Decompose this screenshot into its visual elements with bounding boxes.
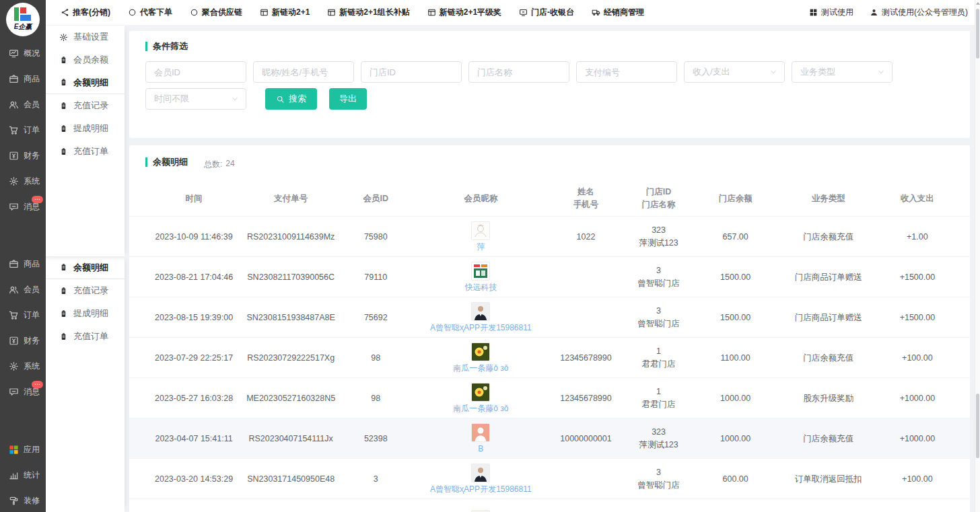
member-avatar-suit bbox=[471, 302, 490, 321]
cell-pay-no: SN230821170390056C bbox=[242, 271, 339, 283]
topnav-item-supply-chain[interactable]: 聚合供应链 bbox=[190, 7, 242, 18]
monitor2-icon bbox=[519, 8, 528, 17]
submenu-item-label: 基础设置 bbox=[73, 31, 108, 43]
topnav-item-chain-2plus1-peer-award[interactable]: 新链动2+1平级奖 bbox=[427, 7, 501, 18]
topnav-item-order-for-customer[interactable]: 代客下单 bbox=[128, 7, 172, 18]
nickname-name-phone-input[interactable] bbox=[253, 61, 354, 83]
biz-type-select[interactable]: 业务类型 bbox=[792, 61, 893, 83]
sidebar-item-members[interactable]: 会员 bbox=[0, 92, 46, 117]
member-id-input[interactable] bbox=[145, 61, 246, 83]
table-row: 2023-10-09 11:46:39 RS20231009114639Mz 7… bbox=[129, 216, 970, 256]
submenu-item-recharge-orders[interactable]: 充值订单 bbox=[46, 140, 125, 163]
sidebar-item-goods[interactable]: 商品 bbox=[0, 66, 46, 92]
sidebar-item-messages[interactable]: 消息 ⋯ bbox=[0, 194, 46, 219]
submenu-item-recharge-records[interactable]: 充值记录 bbox=[46, 94, 125, 117]
submenu-item-balance-detail-2[interactable]: 余额明细 bbox=[46, 256, 125, 279]
table-body: 2023-10-09 11:46:39 RS20231009114639Mz 7… bbox=[129, 216, 970, 512]
member-nickname-link[interactable]: 南瓜一条藤ǒ зǒ bbox=[453, 404, 508, 413]
income-expense-select[interactable]: 收入/支出 bbox=[684, 61, 785, 83]
store-name-input[interactable] bbox=[468, 61, 569, 83]
doc-icon bbox=[59, 287, 68, 295]
table-row: 2023-07-29 22:25:17 RS20230729222517Xg 9… bbox=[129, 337, 970, 377]
cell-biz-type: 门店余额充值 bbox=[776, 433, 881, 445]
sidebar-item-system-2[interactable]: 系统 bbox=[0, 353, 46, 379]
cell-store-name: 曾智聪门店 bbox=[623, 277, 695, 290]
topbar-test-use[interactable]: 测试使用 bbox=[809, 7, 853, 18]
sidebar-item-finance[interactable]: 财务 bbox=[0, 143, 46, 168]
topnav-item-label: 新链动2+1平级奖 bbox=[440, 7, 501, 18]
gear-icon bbox=[59, 33, 68, 42]
truck-icon bbox=[592, 8, 600, 17]
sidebar-item-orders[interactable]: 订单 bbox=[0, 117, 46, 143]
cell-income-expense: +1.00 bbox=[881, 231, 954, 243]
sidebar-item-orders-2[interactable]: 订单 bbox=[0, 302, 46, 328]
submenu-item-commission-detail[interactable]: 提成明细 bbox=[46, 117, 125, 140]
topnav-item-store-cashier[interactable]: 门店-收银台 bbox=[519, 7, 574, 18]
member-nickname-link[interactable]: A曾智聪ҳAPP开发15986811 bbox=[430, 323, 532, 332]
export-button[interactable]: 导出 bbox=[329, 88, 367, 110]
member-nickname-link[interactable]: A曾智聪ҳAPP开发15986811 bbox=[430, 484, 532, 494]
store-id-input[interactable] bbox=[361, 61, 462, 83]
submenu-item-commission-detail-2[interactable]: 提成明细 bbox=[46, 302, 125, 325]
page-scrollbar[interactable] bbox=[975, 0, 980, 512]
chat-icon bbox=[9, 387, 19, 397]
user-icon bbox=[870, 8, 878, 17]
logo-block-green bbox=[14, 7, 19, 21]
submenu-item-recharge-orders-2[interactable]: 充值订单 bbox=[46, 325, 125, 348]
cell-biz-type: 门店余额充值 bbox=[776, 352, 881, 364]
member-avatar-sketch2 bbox=[471, 510, 490, 512]
sidebar-item-members-2[interactable]: 会员 bbox=[0, 277, 46, 302]
doc-icon bbox=[59, 124, 68, 133]
cell-biz-type: 股东升级奖励 bbox=[776, 392, 881, 404]
sidebar-item-overview[interactable]: 概况 bbox=[0, 40, 46, 66]
sidebar-item-system[interactable]: 系统 bbox=[0, 168, 46, 194]
table-column-header: 收入支出 bbox=[881, 192, 954, 205]
gear-icon bbox=[9, 361, 19, 371]
topnav-item-tuike-distribution[interactable]: 推客(分销) bbox=[61, 7, 110, 18]
topnav-item-distributor-management[interactable]: 经销商管理 bbox=[592, 7, 644, 18]
filter-card: 条件筛选 收入/支出 业务类型 时间不限 搜索 导出 bbox=[129, 31, 970, 138]
submenu-item-label: 充值订单 bbox=[73, 145, 108, 157]
doc-icon bbox=[59, 309, 68, 318]
topbar-current-account[interactable]: 测试使用(公众号管理员) bbox=[870, 7, 968, 18]
sidebar-item-finance-2[interactable]: 财务 bbox=[0, 328, 46, 353]
sidebar-item-decoration[interactable]: 装修 bbox=[0, 488, 46, 512]
topnav-item-label: 门店-收银台 bbox=[531, 7, 574, 18]
table-column-header: 门店ID 门店名称 bbox=[623, 186, 695, 211]
payment-no-input[interactable] bbox=[576, 61, 677, 83]
member-nickname-link[interactable]: 萍 bbox=[477, 242, 485, 252]
cell-store-id: 323 bbox=[623, 426, 695, 439]
app-logo[interactable]: E企赢 bbox=[6, 3, 40, 36]
cell-store: 3 曾智聪门店 bbox=[623, 264, 695, 290]
topnav-item-chain-2plus1-leader-subsidy[interactable]: 新链动2+1组长补贴 bbox=[327, 7, 409, 18]
member-nickname-link[interactable]: B bbox=[478, 444, 483, 453]
submenu-item-recharge-records-2[interactable]: 充值记录 bbox=[46, 279, 125, 302]
filter-title-row: 条件筛选 bbox=[145, 31, 954, 52]
submenu-item-basic-settings[interactable]: 基础设置 bbox=[46, 26, 125, 48]
sidebar-item-messages-2[interactable]: 消息 ⋯ bbox=[0, 379, 46, 404]
submenu-item-member-balance[interactable]: 会员余额 bbox=[46, 48, 125, 71]
member-nickname-link[interactable]: 快远科技 bbox=[464, 283, 497, 292]
table-column-header: 会员ID bbox=[339, 192, 412, 205]
member-avatar-sketch bbox=[471, 221, 490, 240]
submenu-item-balance-detail[interactable]: 余额明细 bbox=[46, 71, 125, 94]
sidebar-item-statistics[interactable]: 统计 bbox=[0, 462, 46, 488]
search-button[interactable]: 搜索 bbox=[265, 88, 317, 110]
scrollbar-up-arrow[interactable] bbox=[976, 2, 980, 5]
sidebar-item-apps[interactable]: 应用 bbox=[0, 437, 46, 462]
users-icon bbox=[9, 285, 19, 295]
time-range-select[interactable]: 时间不限 bbox=[145, 88, 246, 110]
scrollbar-thumb[interactable] bbox=[976, 394, 979, 458]
cell-nickname bbox=[412, 510, 549, 512]
total-label: 总数: bbox=[204, 159, 222, 170]
cell-store: 3 曾智聪门店 bbox=[623, 466, 695, 492]
cell-store-id: 1 bbox=[623, 386, 695, 398]
sidebar-item-goods-2[interactable]: 商品 bbox=[0, 251, 46, 277]
member-nickname-link[interactable]: 南瓜一条藤ǒ зǒ bbox=[453, 363, 508, 373]
sidebar-item-label: 订单 bbox=[24, 309, 40, 321]
cell-nickname: B bbox=[412, 423, 549, 453]
topnav-item-label: 经销商管理 bbox=[604, 7, 644, 18]
scrollbar-thumb[interactable] bbox=[976, 9, 979, 59]
topnav-item-chain-2plus1[interactable]: 新链动2+1 bbox=[260, 7, 310, 18]
cell-store-id: 3 bbox=[623, 466, 695, 479]
